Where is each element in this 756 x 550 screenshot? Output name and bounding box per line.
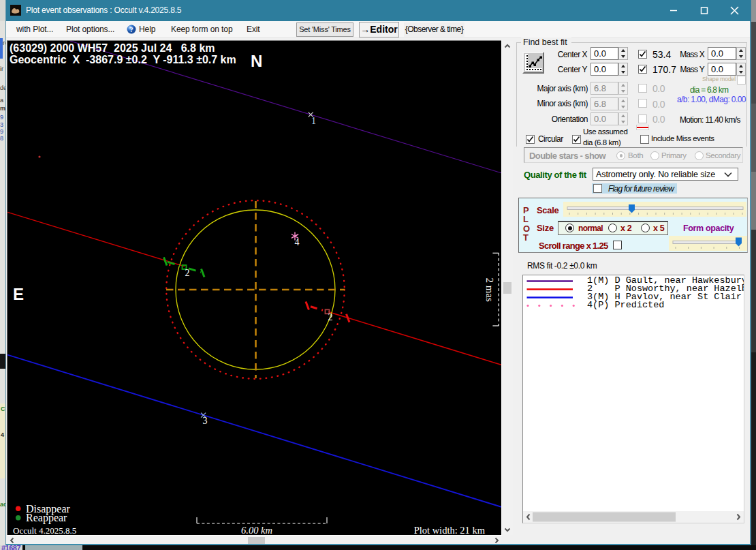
svg-text:3: 3 — [203, 416, 208, 426]
svg-text:2 mas: 2 mas — [484, 278, 495, 303]
svg-text:2: 2 — [328, 312, 333, 322]
svg-text:E: E — [13, 285, 24, 303]
svg-text:4: 4 — [295, 237, 300, 247]
svg-text:Geocentric X -3867.9 ±0.2 Y: Geocentric X -3867.9 ±0.2 Y -911.3 ±0.7 … — [10, 54, 236, 65]
svg-text:Reappear: Reappear — [26, 512, 67, 524]
svg-text:(63029) 2000 WH57 2025 Jul 24: (63029) 2000 WH57 2025 Jul 24 6.8 km — [10, 42, 215, 54]
svg-text:2: 2 — [185, 268, 190, 278]
svg-text:Occult 4.2025.8.5: Occult 4.2025.8.5 — [13, 525, 76, 536]
svg-text:6.00 km: 6.00 km — [241, 525, 272, 535]
svg-text:1: 1 — [311, 116, 316, 126]
svg-text:?: ? — [130, 26, 133, 33]
svg-text:N: N — [251, 52, 262, 70]
svg-text:Plot width: 21 km: Plot width: 21 km — [414, 525, 486, 536]
